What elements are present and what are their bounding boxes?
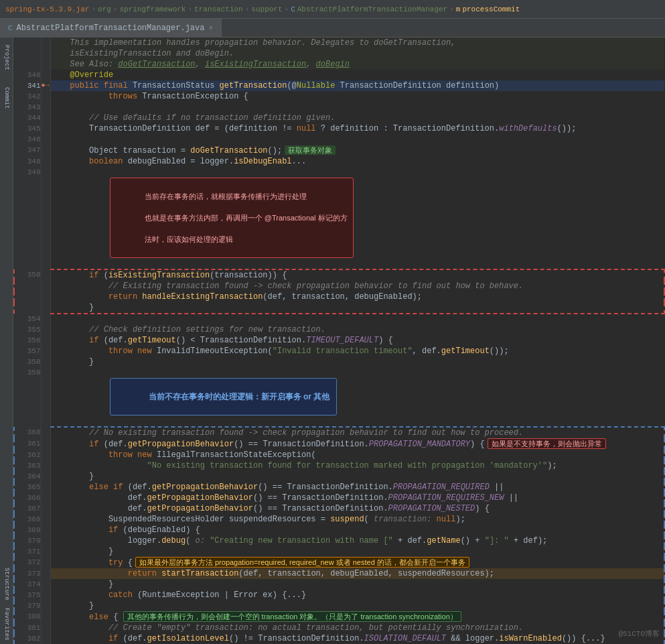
line-360: 360 // No existing transaction found -> … bbox=[14, 427, 664, 438]
line-351: // Existing transaction found -> check p… bbox=[14, 281, 664, 292]
line-352: return handleExistingTransaction(def, tr… bbox=[14, 292, 664, 302]
bc-org: org bbox=[98, 5, 111, 13]
line-368: 368 SuspendedResourcesHolder suspendedRe… bbox=[14, 514, 664, 525]
annotation-new-transaction: 如果最外层的事务方法 propagation=required, require… bbox=[135, 557, 469, 568]
sidebar-item-commit[interactable]: Commit bbox=[0, 78, 13, 118]
line-369: 369 if (debugEnabled) { bbox=[14, 525, 664, 535]
line-379: 379 } bbox=[14, 600, 664, 611]
line-346: 346 bbox=[14, 134, 664, 145]
bc-classname: AbstractPlatformTransactionManager bbox=[297, 5, 447, 13]
sidebar-item-project[interactable]: Project bbox=[0, 38, 13, 78]
line-354: 354 bbox=[14, 314, 664, 324]
line-364: 364 } bbox=[14, 471, 664, 482]
line-348: 348 boolean debugEnabled = logger.isDebu… bbox=[14, 156, 664, 167]
bc-class: C bbox=[291, 5, 295, 13]
line-370: 370 logger.debug( o: "Creating new trans… bbox=[14, 535, 664, 546]
line-366: 366 def.getPropagationBehavior() == Tran… bbox=[14, 493, 664, 503]
line-358: 358 } bbox=[14, 357, 664, 367]
class-icon: C bbox=[8, 24, 13, 32]
line-362: 362 throw new IllegalTransactionStateExc… bbox=[14, 450, 664, 460]
watermark: @51CTO博客 bbox=[618, 629, 660, 639]
line-345: 345 TransactionDefinition def = (definit… bbox=[14, 123, 664, 134]
line-357: 357 throw new InvalidTimeoutException("I… bbox=[14, 346, 664, 357]
line-344: 344 // Use defaults if no transaction de… bbox=[14, 113, 664, 123]
line-382: 382 if (def.getIsolationLevel() != Trans… bbox=[14, 633, 664, 644]
line-363: 363 "No existing transaction found for t… bbox=[14, 460, 664, 471]
line-355: 355 // Check definition settings for new… bbox=[14, 324, 664, 335]
annotation-existing-transaction: 当前存在事务的话，就根据事务传播行为进行处理 也就是在事务方法内部，再调用一个 … bbox=[110, 178, 354, 258]
main-layout: Project Commit Structure Favorites This … bbox=[0, 38, 665, 644]
annotation-else: 其他的事务传播行为，则会创建一个空的 transaction 对象。（只是为了 … bbox=[123, 611, 461, 622]
doc-line-2: isExistingTransaction and doBegin. bbox=[14, 48, 664, 59]
code-table: This implementation handles propagation … bbox=[13, 38, 665, 644]
bc-springframework: springframework bbox=[119, 5, 186, 13]
line-381: 381 // Create "empty" transaction: no ac… bbox=[14, 623, 664, 633]
doc-line-3: See Also: doGetTransaction, isExistingTr… bbox=[14, 59, 664, 70]
tab-close-button[interactable]: × bbox=[208, 24, 213, 32]
code-editor[interactable]: This implementation handles propagation … bbox=[13, 38, 665, 644]
annotation-no-existing-title: 359 当前不存在事务时的处理逻辑：新开启事务 or 其他 bbox=[14, 367, 664, 427]
line-374: 374 } bbox=[14, 579, 664, 590]
sidebar-item-favorites[interactable]: Favorites bbox=[0, 604, 13, 644]
annotation-mandatory: 如果是不支持事务，则会抛出异常 bbox=[488, 438, 606, 449]
line-350: 350 if (isExistingTransaction(transactio… bbox=[14, 269, 664, 281]
line-356: 356 if (def.getTimeout() < TransactionDe… bbox=[14, 335, 664, 346]
doc-line-1: This implementation handles propagation … bbox=[14, 38, 664, 48]
line-367: 367 def.getPropagationBehavior() == Tran… bbox=[14, 503, 664, 514]
file-tab[interactable]: C AbstractPlatformTransactionManager.jav… bbox=[0, 19, 222, 38]
line-372: 372 try {如果最外层的事务方法 propagation=required… bbox=[14, 557, 664, 568]
line-375: 375 catch (RuntimeException | Error ex) … bbox=[14, 590, 664, 600]
line-361: 361 if (def.getPropagationBehavior() == … bbox=[14, 438, 664, 450]
jar-label: spring-tx-5.3.9.jar bbox=[5, 5, 89, 13]
sidebar-item-structure[interactable]: Structure bbox=[0, 564, 13, 604]
line-371: 371 } bbox=[14, 546, 664, 557]
bc-method-icon: m bbox=[456, 5, 461, 13]
line-380: 380 else { 其他的事务传播行为，则会创建一个空的 transactio… bbox=[14, 611, 664, 623]
left-sidebar: Project Commit Structure Favorites bbox=[0, 38, 13, 644]
annotation-get-transaction: 获取事务对象 bbox=[285, 145, 336, 155]
bc-method: processCommit bbox=[462, 5, 520, 13]
line-347: 347 Object transaction = doGetTransactio… bbox=[14, 145, 664, 156]
line-340: 340 @Override bbox=[14, 70, 664, 80]
line-343: 343 bbox=[14, 102, 664, 113]
line-365: 365 else if (def.getPropagationBehavior(… bbox=[14, 482, 664, 493]
line-342: 342 throws TransactionException { bbox=[14, 91, 664, 102]
breadcrumb-bar: spring-tx-5.3.9.jar › org › springframew… bbox=[0, 0, 665, 19]
line-373: 373 return startTransaction(def, transac… bbox=[14, 568, 664, 579]
bc-support: support bbox=[251, 5, 282, 13]
line-353: } bbox=[14, 302, 664, 314]
tab-bar: C AbstractPlatformTransactionManager.jav… bbox=[0, 19, 665, 38]
bc-transaction: transaction bbox=[194, 5, 243, 13]
annotation-row-existing: 349 当前存在事务的话，就根据事务传播行为进行处理 也就是在事务方法内部，再调… bbox=[14, 167, 664, 269]
line-341: 341 ●→ public final TransactionStatus ge… bbox=[14, 80, 664, 91]
tab-label: AbstractPlatformTransactionManager.java bbox=[17, 23, 205, 33]
annotation-no-existing: 当前不存在事务时的处理逻辑：新开启事务 or 其他 bbox=[110, 378, 337, 415]
